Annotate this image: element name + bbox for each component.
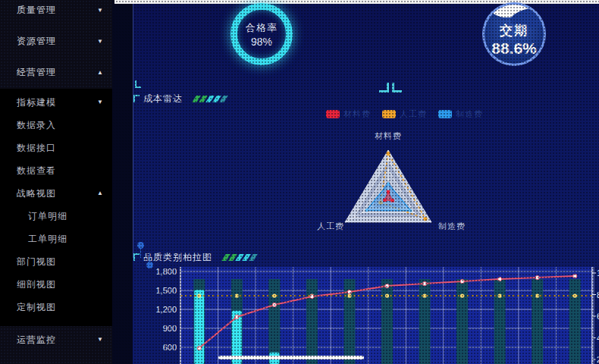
gauge-delivery-value: 88.6%: [491, 39, 537, 58]
sidebar-item-7-label: 部门视图: [17, 256, 56, 267]
legend-item-label: 制造费: [456, 108, 483, 120]
radar-section-title: 成本雷达: [133, 93, 228, 105]
sidebar-item-0-label: 指标建模: [17, 97, 56, 108]
sidebar-groups: 质量管理▼资源管理▼经营管理▲: [0, 0, 112, 88]
pareto-title: 品质类别柏拉图: [143, 251, 212, 264]
divider-ornament-icon: [379, 83, 402, 96]
sidebar-item-4[interactable]: 战略视图▲: [0, 182, 112, 205]
legend-item-1[interactable]: 人工费: [382, 108, 427, 120]
chevron-up-icon: ▲: [97, 57, 104, 88]
sidebar-group-0[interactable]: 质量管理▼: [0, 0, 112, 26]
sidebar-group-bottom[interactable]: 运营监控▼: [0, 326, 112, 353]
title-slashes-icon: [224, 254, 258, 261]
legend-item-2[interactable]: 制造费: [438, 108, 483, 120]
sidebar-item-6-label: 工单明细: [28, 234, 67, 244]
sidebar-item-9[interactable]: 定制视图: [0, 296, 112, 318]
gauge-pass-rate-value: 98%: [251, 36, 272, 48]
dashboard-page: 质量管理▼资源管理▼经营管理▲ 指标建模▼数据录入数据接口数据查看战略视图▲订单…: [0, 0, 599, 364]
chevron-up-icon: ▲: [97, 182, 104, 205]
sidebar-item-8[interactable]: 细剖视图: [0, 273, 112, 296]
sidebar-bottom-group: 运营监控▼: [0, 326, 112, 364]
sidebar-item-1[interactable]: 数据录入: [0, 114, 112, 136]
main-area: 合格率 98% 交期 88.6% 成本雷达 材料费人工费制造费 材料费 人工费 …: [112, 0, 599, 364]
sidebar-item-7[interactable]: 部门视图: [0, 250, 112, 273]
radar-axis-right: 制造费: [438, 221, 466, 232]
radar-title: 成本雷达: [143, 93, 183, 105]
sidebar-item-8-label: 细剖视图: [17, 279, 56, 290]
title-bracket-icon: [133, 95, 140, 102]
sidebar-submenu: 指标建模▼数据录入数据接口数据查看战略视图▲订单明细工单明细部门视图细剖视图定制…: [0, 89, 112, 326]
sidebar-item-3-label: 数据查看: [17, 165, 56, 176]
sidebar-item-6[interactable]: 工单明细: [0, 228, 112, 250]
legend-item-label: 人工费: [400, 108, 427, 120]
top-white-strip: [114, 0, 599, 4]
pareto-y-tick: 1,500: [155, 286, 177, 295]
sidebar-group-2[interactable]: 经营管理▲: [0, 57, 112, 88]
sidebar: 质量管理▼资源管理▼经营管理▲ 指标建模▼数据录入数据接口数据查看战略视图▲订单…: [0, 0, 112, 364]
sidebar-group-0-label: 质量管理: [17, 5, 56, 15]
legend-item-label: 材料费: [343, 108, 371, 120]
chevron-down-icon: ▼: [97, 326, 104, 353]
legend-swatch-icon: [326, 110, 340, 118]
sidebar-group-bottom-label: 运营监控: [17, 334, 56, 345]
chevron-down-icon: ▼: [97, 0, 104, 26]
radar-axis-left: 人工费: [317, 221, 344, 232]
sidebar-item-3[interactable]: 数据查看: [0, 159, 112, 182]
pareto-y-tick: 900: [163, 324, 177, 333]
panel-edge-line: [133, 4, 133, 258]
gauge-delivery-label: 交期: [500, 22, 528, 39]
gauge-pass-rate: 合格率 98%: [231, 3, 293, 65]
pareto-y-tick: 1,200: [155, 305, 177, 314]
pin-icon: [146, 262, 153, 268]
sidebar-item-2[interactable]: 数据接口: [0, 136, 112, 159]
title-slashes-icon: [194, 96, 228, 102]
legend-item-0[interactable]: 材料费: [326, 108, 371, 120]
sidebar-item-0[interactable]: 指标建模▼: [0, 91, 112, 114]
legend-swatch-icon: [382, 110, 396, 118]
corner-mark-icon: [135, 80, 141, 88]
chevron-down-icon: ▼: [97, 26, 104, 57]
pareto-chart: 1,8001,5001,20090060010080604020: [148, 262, 599, 364]
legend-swatch-icon: [438, 110, 452, 118]
sidebar-group-2-label: 经营管理: [17, 67, 56, 77]
pin-icon: [137, 242, 144, 249]
sidebar-group-1-label: 资源管理: [17, 36, 56, 46]
pareto-section-title: 品质类别柏拉图: [133, 251, 258, 263]
sidebar-group-1[interactable]: 资源管理▼: [0, 26, 112, 57]
pareto-zoom-slider[interactable]: [218, 356, 364, 359]
pareto-y-tick: 600: [163, 343, 177, 352]
pareto-y-tick: 1,800: [155, 267, 177, 276]
sidebar-item-4-label: 战略视图: [17, 188, 56, 199]
sidebar-item-5-label: 订单明细: [28, 211, 67, 221]
gauge-delivery: 交期 88.6%: [482, 2, 546, 66]
radar-axis-top: 材料费: [373, 130, 403, 142]
gauge-pass-rate-label: 合格率: [246, 21, 278, 35]
sidebar-item-9-label: 定制视图: [17, 302, 56, 312]
radar-legend: 材料费人工费制造费: [326, 108, 494, 120]
sidebar-item-2-label: 数据接口: [17, 143, 56, 153]
title-bracket-icon: [133, 253, 140, 261]
left-dark-strip: [112, 0, 133, 364]
sidebar-item-5[interactable]: 订单明细: [0, 205, 112, 228]
chevron-down-icon: ▼: [97, 91, 104, 114]
sidebar-item-1-label: 数据录入: [17, 120, 56, 130]
